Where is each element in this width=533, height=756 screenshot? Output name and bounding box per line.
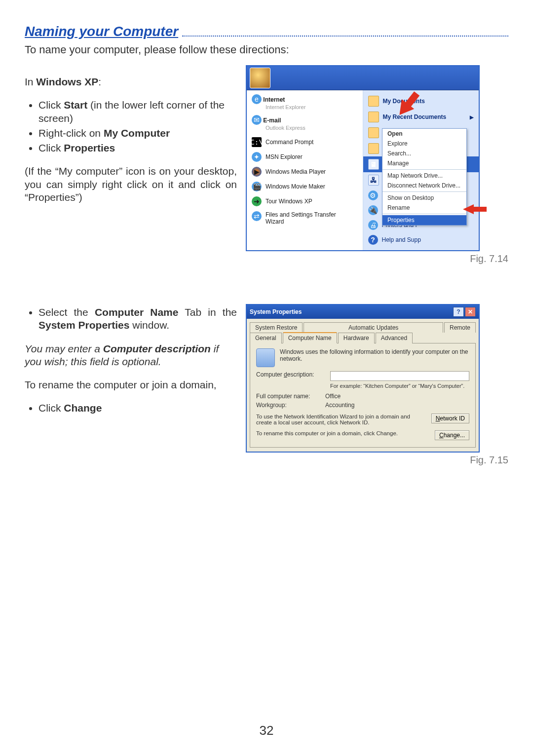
workgroup-value: Accounting xyxy=(325,402,354,409)
transfer-icon: ⇄ xyxy=(252,211,262,221)
tab-hardware[interactable]: Hardware xyxy=(338,333,375,343)
close-button[interactable]: ✕ xyxy=(465,307,476,317)
start-item-msn[interactable]: ✦ MSN Explorer xyxy=(247,150,363,164)
folder-icon xyxy=(368,112,379,122)
ctx-explore[interactable]: Explore xyxy=(382,139,466,149)
tabs-row-1: System Restore Automatic Updates Remote xyxy=(247,319,479,332)
ie-icon: e xyxy=(252,94,262,104)
ctx-open[interactable]: Open xyxy=(382,129,466,139)
msn-icon: ✦ xyxy=(252,152,262,162)
change-text: To rename this computer or join a domain… xyxy=(256,430,431,436)
network-icon: 🖧 xyxy=(368,175,379,186)
ctx-sep xyxy=(382,214,466,214)
tab-advanced[interactable]: Advanced xyxy=(376,333,413,343)
ctx-sep xyxy=(382,191,466,192)
start-menu-banner xyxy=(247,66,479,90)
my-computer-icon: 🖥 xyxy=(368,159,379,170)
tour-icon: ➜ xyxy=(252,196,262,206)
wmp-icon: ▶ xyxy=(252,167,262,177)
change-button[interactable]: Change... xyxy=(435,430,469,440)
start-item-wmp[interactable]: ▶ Windows Media Player xyxy=(247,164,363,179)
start-menu-left-pane: e Internet Internet Explorer ✉ E-mail Ou… xyxy=(247,90,363,250)
figure-7-14-start-menu: e Internet Internet Explorer ✉ E-mail Ou… xyxy=(246,65,480,251)
intro-text: To name your computer, please follow the… xyxy=(25,43,508,56)
ctx-properties[interactable]: Properties xyxy=(382,215,466,225)
tab-system-restore[interactable]: System Restore xyxy=(250,322,303,333)
start-item-fstw[interactable]: ⇄ Files and Settings Transfer Wizard xyxy=(247,209,363,227)
workgroup-label: Workgroup: xyxy=(256,402,325,409)
red-arrow-icon xyxy=(463,204,474,214)
description-example: For example: “Kitchen Computer” or “Mary… xyxy=(330,383,469,389)
tab-general[interactable]: General xyxy=(250,333,282,343)
start-item-recent[interactable]: My Recent Documents ▶ xyxy=(363,109,479,125)
ctx-rename[interactable]: Rename xyxy=(382,203,466,213)
rename-line: To rename the computer or join a domain, xyxy=(25,378,237,391)
section-heading: Naming your Computer xyxy=(25,24,178,39)
tab-computer-name[interactable]: Computer Name xyxy=(283,333,337,343)
start-item-tour[interactable]: ➜ Tour Windows XP xyxy=(247,194,363,209)
ctx-manage[interactable]: Manage xyxy=(382,158,466,168)
ctx-show-desktop[interactable]: Show on Desktop xyxy=(382,193,466,203)
optional-description-note: You may enter a Computer description if … xyxy=(25,342,237,369)
cmd-icon: C:\ xyxy=(252,137,262,147)
moviemaker-icon: 🎬 xyxy=(252,182,262,191)
network-id-text: To use the Network Identification Wizard… xyxy=(256,414,427,425)
window-title: System Properties xyxy=(250,308,302,315)
xp-note: (If the “My computer” icon is on your de… xyxy=(25,165,237,204)
ctx-search[interactable]: Search... xyxy=(382,149,466,158)
folder-icon xyxy=(368,143,379,154)
start-item-help[interactable]: ? Help and Supp xyxy=(363,232,479,247)
pane-description: Windows uses the following information t… xyxy=(280,348,469,362)
figure-7-15-system-properties: System Properties ? ✕ System Restore Aut… xyxy=(246,304,480,453)
computer-icon xyxy=(256,348,275,367)
description-input[interactable] xyxy=(330,371,469,381)
control-panel-icon: ⚙ xyxy=(368,190,378,200)
figure-caption-2: Fig. 7.15 xyxy=(246,454,508,466)
full-name-value: Office xyxy=(325,393,341,400)
ctx-disconnect-drive[interactable]: Disconnect Network Drive... xyxy=(382,181,466,190)
heading-dots xyxy=(182,36,508,37)
my-computer-context-menu: Open Explore Search... Manage Map Networ… xyxy=(382,128,467,226)
xp-steps: Click Start (in the lower left corner of… xyxy=(25,99,237,154)
help-button[interactable]: ? xyxy=(453,307,464,317)
full-name-label: Full computer name: xyxy=(256,393,325,400)
click-change-step: Click Change xyxy=(25,402,237,415)
ctx-sep xyxy=(382,169,466,170)
tab-remote[interactable]: Remote xyxy=(444,322,476,333)
figure-caption-1: Fig. 7.14 xyxy=(246,253,508,265)
window-title-bar: System Properties ? ✕ xyxy=(247,305,479,319)
description-label: Computer description: xyxy=(256,371,325,378)
printer-icon: 🖨 xyxy=(368,220,378,230)
tabs-row-2: General Computer Name Hardware Advanced xyxy=(247,332,479,343)
network-id-button[interactable]: Network ID xyxy=(431,414,469,423)
user-avatar-icon xyxy=(250,68,270,88)
page-number: 32 xyxy=(0,723,533,738)
select-tab-step: Select the Computer Name Tab in the Syst… xyxy=(25,306,237,332)
start-item-email[interactable]: ✉ E-mail Outlook Express xyxy=(247,114,363,135)
computer-name-pane: Windows uses the following information t… xyxy=(250,343,476,448)
ctx-map-drive[interactable]: Map Network Drive... xyxy=(382,171,466,181)
submenu-arrow-icon: ▶ xyxy=(470,114,474,120)
help-icon: ? xyxy=(368,235,378,245)
connect-icon: 🔌 xyxy=(368,205,378,215)
start-item-moviemaker[interactable]: 🎬 Windows Movie Maker xyxy=(247,179,363,194)
start-item-cmd[interactable]: C:\ Command Prompt xyxy=(247,135,363,150)
folder-icon xyxy=(368,127,379,138)
tab-auto-updates[interactable]: Automatic Updates xyxy=(304,322,443,333)
os-line: In Windows XP: xyxy=(25,76,237,88)
mail-icon: ✉ xyxy=(252,115,262,125)
folder-icon xyxy=(368,96,379,107)
start-item-mydocs[interactable]: My Documents xyxy=(363,93,479,109)
start-item-internet[interactable]: e Internet Internet Explorer xyxy=(247,93,363,114)
